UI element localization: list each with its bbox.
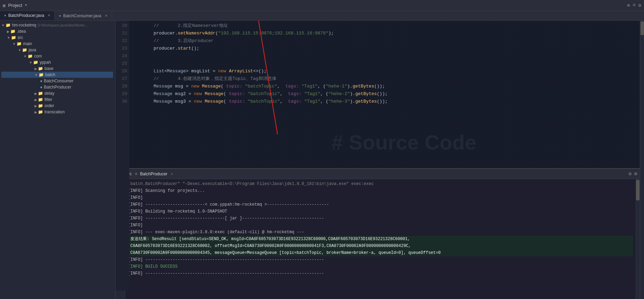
java-file-icon-consumer: ● xyxy=(40,79,42,83)
sidebar-item-idea[interactable]: ▶ 📁 .idea xyxy=(1,28,113,34)
folder-icon-delay: 📁 xyxy=(38,91,43,96)
tab-batch-producer[interactable]: ● BatchProducer.java ✕ xyxy=(0,11,55,20)
main-layout: ▼ 📁 hm-rocketmq D:\Workspace-java\idea\W… xyxy=(0,21,644,299)
sidebar-item-java[interactable]: ▼ 📁 java xyxy=(1,47,113,53)
sidebar-item-batch-consumer[interactable]: ● BatchConsumer xyxy=(1,78,113,84)
sync-icon[interactable]: ⊕ xyxy=(627,2,630,8)
folder-icon-root: 📁 xyxy=(6,23,11,28)
folder-icon-java: 📁 xyxy=(22,48,27,52)
sidebar-item-delay[interactable]: ▶ 📁 delay xyxy=(1,90,113,96)
sidebar-label-batch-producer: BatchProducer xyxy=(44,85,71,90)
tab-close-icon-2[interactable]: ✕ xyxy=(105,14,108,18)
code-line-21: producer.setNamesrvAddr("192.168.115.15:… xyxy=(132,30,640,37)
code-line-25 xyxy=(132,60,640,68)
sidebar-label-idea: .idea xyxy=(17,29,26,34)
sidebar-item-com[interactable]: ▼ 📁 com xyxy=(1,53,113,59)
project-icon: ▣ xyxy=(3,3,6,8)
sidebar-label-java: java xyxy=(29,48,36,52)
sidebar-label-order: order xyxy=(44,103,54,108)
code-line-24 xyxy=(132,52,640,60)
code-editor[interactable]: # Source Code 20 21 22 23 24 25 26 27 28 xyxy=(115,21,640,291)
root-path: D:\Workspace-java\idea\Works... xyxy=(38,23,88,27)
sidebar-label-batch-consumer: BatchConsumer xyxy=(44,79,73,83)
folder-icon-base: 📁 xyxy=(38,66,43,71)
sidebar-item-yppah[interactable]: ▼ 📁 yppah xyxy=(1,59,113,65)
sidebar-item-filter[interactable]: ▶ 📁 filter xyxy=(1,96,113,103)
sidebar-item-order[interactable]: ▶ 📁 order xyxy=(1,103,113,109)
sidebar-item-batch-producer[interactable]: ● BatchProducer xyxy=(1,84,113,90)
sidebar-item-main[interactable]: ▼ 📁 main xyxy=(1,41,113,47)
folder-icon-batch: 📁 xyxy=(39,72,44,77)
sidebar-item-batch[interactable]: ▼ 📁 batch xyxy=(1,72,113,78)
code-scrollbar-thumb xyxy=(641,21,644,35)
folder-icon-order: 📁 xyxy=(38,103,43,108)
project-sidebar: ▼ 📁 hm-rocketmq D:\Workspace-java\idea\W… xyxy=(0,21,115,299)
folder-icon-com: 📁 xyxy=(28,54,33,59)
sidebar-label-filter: filter xyxy=(44,97,52,102)
tab-label-2: BatchConsumer.java xyxy=(63,13,101,18)
code-lines[interactable]: // 2.指定Nameserver地址 producer.setNamesrvA… xyxy=(129,21,640,291)
project-label: Project xyxy=(8,3,22,8)
settings-icon[interactable]: ⚙ xyxy=(638,2,641,8)
java-icon-2: ● xyxy=(59,14,61,18)
tab-batch-consumer[interactable]: ● BatchConsumer.java ✕ xyxy=(55,11,112,20)
sidebar-label-yppah: yppah xyxy=(40,60,51,65)
tabs-bar: ● BatchProducer.java ✕ ● BatchConsumer.j… xyxy=(0,11,644,21)
sidebar-label-src: src xyxy=(18,35,23,40)
sidebar-item-src[interactable]: ▼ 📁 src xyxy=(1,34,113,41)
sidebar-label-base: base xyxy=(44,66,53,71)
sidebar-root-label: hm-rocketmq xyxy=(12,23,36,28)
sidebar-label-com: com xyxy=(34,54,42,59)
java-icon: ● xyxy=(4,13,6,17)
top-bar: ▣ Project ▼ ⊕ ≡ ⚙ xyxy=(0,0,644,11)
sidebar-item-transcation[interactable]: ▶ 📁 transcation xyxy=(1,109,113,115)
code-line-30: Message msg3 = new Message( topic: "batc… xyxy=(132,98,640,105)
code-line-23: producer.start(); xyxy=(132,45,640,52)
sidebar-item-root[interactable]: ▼ 📁 hm-rocketmq D:\Workspace-java\idea\W… xyxy=(1,22,113,28)
line-numbers: 20 21 22 23 24 25 26 27 28 29 30 xyxy=(115,21,129,291)
folder-icon-filter: 📁 xyxy=(38,97,43,102)
code-line-28: Message msg = new Message( topic: "batch… xyxy=(132,83,640,90)
sidebar-item-base[interactable]: ▶ 📁 base xyxy=(1,65,113,72)
sidebar-label-batch: batch xyxy=(45,72,55,77)
tab-label: BatchProducer.java xyxy=(8,13,44,18)
sidebar-label-main: main xyxy=(23,41,32,46)
code-scrollbar[interactable] xyxy=(640,21,644,299)
folder-icon-transcation: 📁 xyxy=(38,110,43,114)
code-editor-area: # Source Code 20 21 22 23 24 25 26 27 28 xyxy=(115,21,640,299)
sidebar-label-delay: delay xyxy=(44,91,54,96)
folder-icon-idea: 📁 xyxy=(10,29,16,34)
java-file-icon-producer: ● xyxy=(40,85,42,90)
code-line-27: // 4.创建消息对象，指定主题Topic、Tag和消息体 xyxy=(132,75,640,83)
code-line-22: // 3.启动producer xyxy=(132,37,640,45)
tab-close-icon[interactable]: ✕ xyxy=(48,13,50,17)
code-line-29: Message msg2 = new Message( topic: "batc… xyxy=(132,90,640,98)
code-line-26: List<Message> msgList = new ArrayList<>(… xyxy=(132,68,640,75)
folder-icon-src: 📁 xyxy=(11,35,16,40)
code-line-20: // 2.指定Nameserver地址 xyxy=(132,22,640,30)
sidebar-label-transcation: transcation xyxy=(44,110,65,114)
project-dropdown-icon[interactable]: ▼ xyxy=(25,3,27,7)
folder-icon-yppah: 📁 xyxy=(33,60,38,65)
layout-icon[interactable]: ≡ xyxy=(633,2,635,8)
folder-icon-main: 📁 xyxy=(17,41,22,46)
